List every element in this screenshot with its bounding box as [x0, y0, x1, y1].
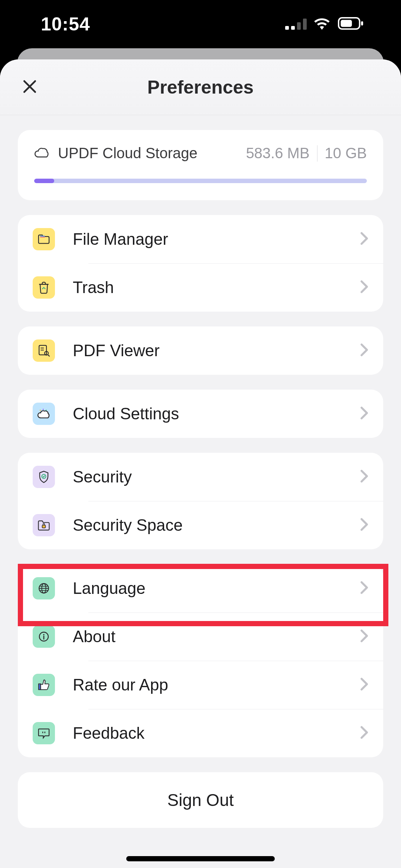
chat-icon	[33, 722, 55, 744]
storage-progress-fill	[34, 179, 54, 183]
storage-values: 583.6 MB 10 GB	[246, 145, 367, 162]
globe-icon	[33, 577, 55, 599]
thumbs-up-icon	[33, 674, 55, 696]
status-indicators	[285, 17, 364, 31]
cloud-icon	[34, 147, 49, 160]
row-trash[interactable]: Trash	[18, 263, 383, 312]
row-security-space[interactable]: Security Space	[18, 501, 383, 549]
svg-line-9	[48, 355, 49, 356]
close-icon	[22, 78, 38, 96]
group-misc: Language About Rate our App	[18, 564, 383, 757]
cloud-storage-card[interactable]: UPDF Cloud Storage 583.6 MB 10 GB	[18, 130, 383, 200]
chevron-right-icon	[360, 280, 368, 295]
svg-point-21	[43, 634, 44, 635]
chevron-right-icon	[360, 469, 368, 484]
shield-check-icon	[33, 466, 55, 488]
row-label: About	[73, 627, 360, 646]
row-pdf-viewer[interactable]: PDF Viewer	[18, 326, 383, 375]
row-label: Trash	[73, 278, 360, 297]
divider	[317, 145, 317, 162]
trash-icon	[33, 276, 55, 299]
svg-rect-4	[40, 237, 45, 237]
content: UPDF Cloud Storage 583.6 MB 10 GB File M…	[0, 115, 401, 828]
status-bar: 10:54	[0, 0, 401, 48]
chevron-right-icon	[360, 343, 368, 358]
storage-used: 583.6 MB	[246, 145, 309, 162]
row-about[interactable]: About	[18, 612, 383, 661]
chevron-right-icon	[360, 232, 368, 247]
row-label: Rate our App	[73, 676, 360, 694]
wifi-icon	[313, 17, 330, 31]
chevron-right-icon	[360, 629, 368, 644]
svg-point-10	[40, 410, 41, 411]
group-viewer: PDF Viewer	[18, 326, 383, 375]
chevron-right-icon	[360, 406, 368, 421]
group-files: File Manager Trash	[18, 215, 383, 312]
chevron-right-icon	[360, 726, 368, 741]
cellular-icon	[285, 19, 307, 30]
sign-out-card: Sign Out	[18, 772, 383, 828]
group-cloud: Cloud Settings	[18, 390, 383, 438]
svg-rect-1	[341, 20, 352, 27]
close-button[interactable]	[19, 76, 41, 98]
row-label: PDF Viewer	[73, 341, 360, 360]
row-cloud-settings[interactable]: Cloud Settings	[18, 390, 383, 438]
status-time: 10:54	[41, 13, 90, 35]
row-language[interactable]: Language	[18, 564, 383, 612]
svg-rect-14	[42, 525, 46, 528]
chevron-right-icon	[360, 518, 368, 533]
row-rate[interactable]: Rate our App	[18, 661, 383, 709]
home-indicator[interactable]	[126, 856, 275, 861]
row-label: Security Space	[73, 516, 360, 534]
preferences-sheet: Preferences UPDF Cloud Storage 583.6 MB …	[0, 59, 401, 868]
row-label: Feedback	[73, 724, 360, 742]
svg-point-11	[43, 409, 44, 410]
group-security: Security Security Space	[18, 453, 383, 549]
page-title: Preferences	[147, 77, 254, 98]
row-label: Language	[73, 579, 360, 598]
folder-lock-icon	[33, 514, 55, 536]
storage-progress	[34, 179, 367, 183]
storage-label: UPDF Cloud Storage	[58, 145, 237, 162]
sheet-header: Preferences	[0, 59, 401, 115]
battery-icon	[337, 17, 364, 31]
sign-out-button[interactable]: Sign Out	[18, 772, 383, 828]
row-label: Cloud Settings	[73, 404, 360, 423]
chevron-right-icon	[360, 677, 368, 692]
row-label: File Manager	[73, 230, 360, 248]
row-file-manager[interactable]: File Manager	[18, 215, 383, 263]
svg-rect-3	[40, 235, 45, 237]
document-search-icon	[33, 339, 55, 362]
folder-icon	[33, 228, 55, 250]
svg-rect-2	[361, 21, 363, 25]
info-icon	[33, 625, 55, 648]
storage-total: 10 GB	[325, 145, 367, 162]
row-security[interactable]: Security	[18, 453, 383, 501]
row-feedback[interactable]: Feedback	[18, 709, 383, 757]
chevron-right-icon	[360, 581, 368, 596]
cloud-icon	[33, 403, 55, 425]
row-label: Security	[73, 468, 360, 486]
